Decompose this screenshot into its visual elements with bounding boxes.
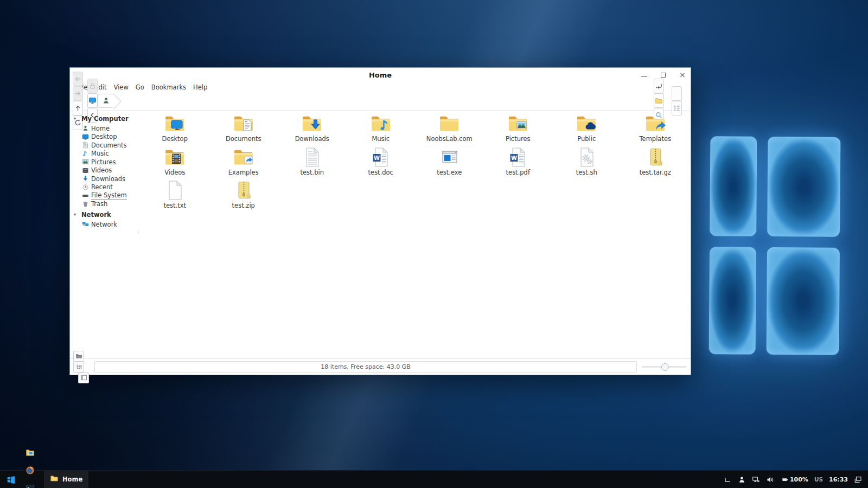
status-text: 18 items, Free space: 43.0 GB: [94, 361, 637, 373]
minimize-button[interactable]: [641, 72, 647, 78]
keyboard-layout-label: US: [814, 476, 823, 483]
downloads-icon: [82, 175, 89, 182]
sidebar-item-home[interactable]: Home: [74, 124, 139, 133]
toggle-side-pane-button[interactable]: [78, 373, 89, 383]
menu-help[interactable]: Help: [193, 84, 207, 91]
videos-icon: [82, 167, 89, 174]
start-button[interactable]: [2, 471, 21, 488]
collapse-arrow-icon: ▾: [74, 116, 78, 121]
user-icon: [102, 97, 110, 105]
sidebar-item-downloads[interactable]: Downloads: [74, 175, 139, 183]
desktop-button[interactable]: [87, 93, 98, 108]
user-home-icon: [82, 125, 89, 132]
file-item-test-tar-gz[interactable]: test.tar.gz: [624, 146, 687, 180]
taskbar-task-home[interactable]: Home: [44, 471, 88, 488]
menu-view[interactable]: View: [114, 84, 129, 91]
file-item-pictures[interactable]: Pictures: [487, 113, 550, 146]
keyboard-layout[interactable]: US: [814, 476, 823, 483]
file-item-templates[interactable]: Templates: [624, 113, 687, 146]
file-item-downloads[interactable]: Downloads: [280, 113, 343, 146]
zoom-slider-handle[interactable]: [661, 363, 669, 371]
forward-button[interactable]: [73, 86, 83, 101]
clock[interactable]: 16:33: [829, 476, 848, 483]
sidebar-item-recent[interactable]: Recent: [74, 183, 139, 192]
folder-documents-icon: [232, 113, 256, 134]
file-item-test-exe[interactable]: test.exe: [418, 146, 481, 180]
folder-videos-icon: [163, 146, 187, 168]
desktop: Home × FileEditViewGoBookmarksHelp ⋮: [0, 0, 868, 488]
file-item-test-bin[interactable]: test.bin: [280, 146, 343, 180]
file-word-icon: W: [369, 146, 393, 168]
places-sidebar: ⋮ ▾ My Computer Home Desktop Documents M…: [70, 111, 139, 358]
recent-icon: [82, 184, 89, 191]
tray-network[interactable]: [752, 476, 760, 484]
file-archive-icon: [232, 179, 256, 201]
file-exe-icon: [437, 146, 461, 168]
zoom-slider[interactable]: [642, 362, 686, 373]
sidebar-section-network[interactable]: ▾ Network: [74, 210, 139, 219]
sidebar-section-label: Network: [81, 211, 111, 219]
file-item-test-pdf[interactable]: W test.pdf: [487, 146, 550, 180]
file-item-test-sh[interactable]: test.sh: [555, 146, 618, 180]
sidebar-item-trash[interactable]: Trash: [74, 200, 139, 209]
windows-logo-pane: [709, 247, 756, 355]
new-folder-button[interactable]: [654, 93, 664, 108]
taskbar: Home 100%US16:33: [0, 470, 868, 488]
sidebar-item-desktop[interactable]: Desktop: [74, 133, 139, 142]
tray-battery-label: 100%: [790, 476, 808, 483]
file-item-test-zip[interactable]: test.zip: [212, 179, 275, 213]
tr-volume-icon: [766, 476, 774, 484]
tray-battery[interactable]: 100%: [780, 476, 808, 484]
pcmanfm-icon: [25, 448, 35, 457]
file-text-lines-icon: [300, 146, 324, 168]
file-item-test-doc[interactable]: W test.doc: [349, 146, 412, 180]
sidebar-item-pictures[interactable]: Pictures: [74, 158, 139, 166]
tray-window[interactable]: [724, 476, 732, 484]
file-manager-launcher[interactable]: [21, 444, 40, 461]
file-item-music[interactable]: Music: [349, 113, 412, 146]
tray-user[interactable]: [738, 476, 746, 484]
terminal-launcher[interactable]: [21, 479, 40, 488]
icon-view-button[interactable]: [672, 86, 682, 101]
firefox-launcher[interactable]: [21, 461, 40, 479]
sidebar-item-network[interactable]: Network: [74, 220, 139, 229]
trash-icon: [82, 201, 89, 208]
file-item-videos[interactable]: Videos: [143, 146, 206, 180]
file-item-test-txt[interactable]: test.txt: [143, 179, 206, 213]
window-title: Home: [369, 71, 392, 79]
sidebar-item-music[interactable]: Music: [74, 150, 139, 158]
windows-logo-pane: [710, 136, 757, 236]
folder-icon: [50, 474, 59, 485]
file-item-desktop[interactable]: Desktop: [143, 113, 206, 146]
sidebar-section: ▾ Network Network: [74, 210, 139, 229]
filesystem-icon: [82, 192, 89, 199]
show-tree-button[interactable]: [73, 362, 84, 373]
folder-downloads-icon: [300, 113, 324, 134]
tr-network-icon: [752, 476, 760, 484]
titlebar[interactable]: Home ×: [70, 68, 691, 82]
folder-public-icon: [575, 113, 598, 134]
sidebar-section-my-computer[interactable]: ▾ My Computer: [74, 114, 139, 123]
pane-resize-handle[interactable]: ⋮: [136, 231, 139, 233]
breadcrumb-home[interactable]: [98, 94, 114, 108]
sidebar-item-documents[interactable]: Documents: [74, 141, 139, 150]
menu-go[interactable]: Go: [136, 84, 144, 91]
clock-label: 16:33: [829, 476, 848, 483]
maximize-button[interactable]: [660, 72, 666, 78]
sidebar-item-videos[interactable]: Videos: [74, 166, 139, 175]
file-item-public[interactable]: Public: [555, 113, 618, 146]
file-item-documents[interactable]: Documents: [212, 113, 275, 146]
folder-shortcut-icon: [232, 146, 256, 168]
menu-bookmarks[interactable]: Bookmarks: [151, 84, 186, 91]
window-body: ⋮ ▾ My Computer Home Desktop Documents M…: [70, 111, 691, 358]
toolbar: [70, 92, 691, 111]
tr-desktop-icon: [854, 476, 862, 484]
show-desktop[interactable]: [854, 476, 862, 484]
file-item-examples[interactable]: Examples: [212, 146, 275, 180]
file-item-noobslab-com[interactable]: NoobsLab.com: [418, 113, 481, 146]
close-button[interactable]: ×: [679, 72, 685, 78]
network-icon: [82, 221, 89, 228]
windows-logo: [709, 136, 841, 355]
sidebar-item-file-system[interactable]: File System: [74, 191, 139, 200]
tray-volume[interactable]: [766, 476, 774, 484]
